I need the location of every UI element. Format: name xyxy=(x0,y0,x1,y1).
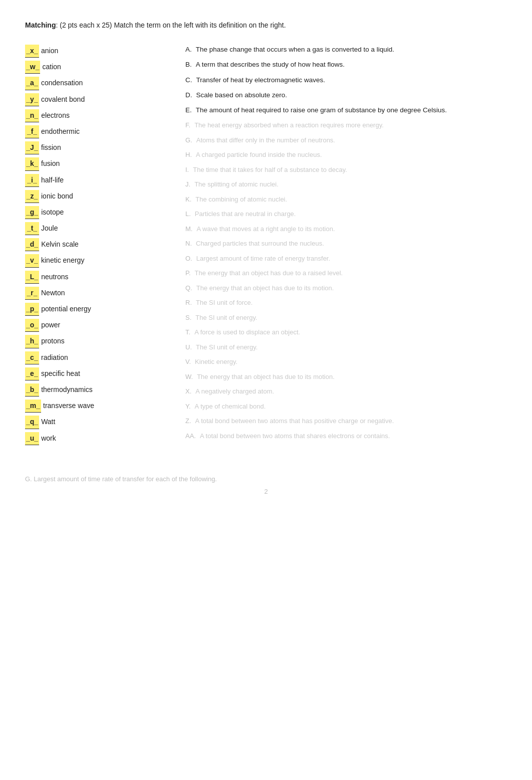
blurred-def-text: The SI unit of energy. xyxy=(196,342,257,352)
answer-blank: _q_ xyxy=(25,416,39,429)
term-label: ionic bond xyxy=(41,190,73,203)
definition-item: C.Transfer of heat by electromagnetic wa… xyxy=(185,75,507,85)
blurred-definition-item: Z.A total bond between two atoms that ha… xyxy=(185,416,507,426)
answer-blank: _k_ xyxy=(25,157,39,170)
term-row: _r_ Newton xyxy=(25,287,165,300)
blurred-definition-item: K.The combining of atomic nuclei. xyxy=(185,194,507,205)
blurred-def-letter: N. xyxy=(185,239,192,249)
term-label: half-life xyxy=(41,174,64,186)
blurred-def-letter: Z. xyxy=(185,416,191,426)
blurred-def-text: Particles that are neutral in charge. xyxy=(195,209,296,219)
def-text: Transfer of heat by electromagnetic wave… xyxy=(196,75,326,85)
term-label: Newton xyxy=(41,287,65,299)
answer-blank: _p_ xyxy=(25,303,39,316)
blurred-def-text: Charged particles that surround the nucl… xyxy=(196,239,324,249)
term-label: specific heat xyxy=(41,367,80,380)
term-label: endothermic xyxy=(41,125,80,138)
term-row: _d_ Kelvin scale xyxy=(25,238,165,251)
def-text: Scale based on absolute zero. xyxy=(196,90,288,100)
blurred-definition-item: Y.A type of chemical bond. xyxy=(185,402,507,412)
blurred-definition-item: S.The SI unit of energy. xyxy=(185,313,507,323)
term-row: _J_ fission xyxy=(25,141,165,154)
answer-blank: _g_ xyxy=(25,206,39,219)
term-label: covalent bond xyxy=(41,93,85,106)
answer-blank: _b_ xyxy=(25,383,39,397)
blurred-definition-item: I.The time that it takes for half of a s… xyxy=(185,165,507,175)
blurred-def-text: Largest amount of time rate of energy tr… xyxy=(196,254,330,264)
blurred-def-letter: Q. xyxy=(185,283,192,293)
blurred-definition-item: Q.The energy that an object has due to i… xyxy=(185,283,507,293)
blurred-definition-item: J.The splitting of atomic nuclei. xyxy=(185,179,507,189)
definition-item: A.The phase change that occurs when a ga… xyxy=(185,45,507,55)
blurred-definition-item: T.A force is used to displace an object. xyxy=(185,327,507,337)
answer-blank: _y_ xyxy=(25,93,39,106)
term-row: _e_ specific heat xyxy=(25,367,165,380)
definition-item: B.A term that describes the study of how… xyxy=(185,60,507,70)
answer-blank: _t_ xyxy=(25,222,39,235)
def-letter: A. xyxy=(185,45,192,55)
term-label: neutrons xyxy=(41,271,68,283)
term-row: _x_ anion xyxy=(25,45,165,58)
page-number: 2 xyxy=(25,488,507,495)
def-letter: D. xyxy=(185,90,192,100)
term-label: Kelvin scale xyxy=(41,238,79,251)
term-label: isotope xyxy=(41,206,64,219)
answer-blank: _a_ xyxy=(25,77,39,90)
blurred-def-text: The heat energy absorbed when a reaction… xyxy=(194,120,384,130)
blurred-def-letter: R. xyxy=(185,298,192,308)
blurred-def-text: A total bond between two atoms that has … xyxy=(195,416,394,426)
blurred-definition-item: H.A charged particle found inside the nu… xyxy=(185,150,507,160)
blurred-definition-item: F.The heat energy absorbed when a reacti… xyxy=(185,120,507,130)
term-label: Joule xyxy=(41,222,58,235)
term-label: electrons xyxy=(41,109,70,122)
term-label: fission xyxy=(41,141,61,154)
term-row: _n_ electrons xyxy=(25,109,165,122)
blurred-def-text: A total bond between two atoms that shar… xyxy=(200,431,390,441)
terms-column: _x_ anion_w_ cation_a_ condensation_y_ c… xyxy=(25,45,165,445)
blurred-def-letter: L. xyxy=(185,209,191,219)
answer-blank: _m_ xyxy=(25,400,41,413)
blurred-def-text: A charged particle found inside the nucl… xyxy=(196,150,322,160)
blurred-def-text: The combining of atomic nuclei. xyxy=(195,194,287,205)
term-row: _u_ work xyxy=(25,432,165,445)
blurred-def-text: The energy that an object has due to a r… xyxy=(195,268,343,278)
term-row: _g_ isotope xyxy=(25,206,165,219)
answer-blank: _w_ xyxy=(25,61,40,74)
answer-blank: _e_ xyxy=(25,367,39,380)
blurred-definition-item: AA.A total bond between two atoms that s… xyxy=(185,431,507,441)
term-row: _p_ potential energy xyxy=(25,303,165,316)
definition-item: E.The amount of heat required to raise o… xyxy=(185,105,507,115)
blurred-definition-item: U.The SI unit of energy. xyxy=(185,342,507,352)
blurred-def-letter: F. xyxy=(185,120,190,130)
definition-item: D.Scale based on absolute zero. xyxy=(185,90,507,100)
term-label: kinetic energy xyxy=(41,254,84,267)
blurred-def-letter: V. xyxy=(185,357,191,367)
blurred-def-letter: W. xyxy=(185,372,193,382)
blurred-definition-item: O.Largest amount of time rate of energy … xyxy=(185,254,507,264)
term-row: _q_ Watt xyxy=(25,416,165,429)
term-row: _z_ ionic bond xyxy=(25,190,165,203)
bottom-note: G. Largest amount of time rate of transf… xyxy=(25,475,507,483)
blurred-def-letter: P. xyxy=(185,268,191,278)
blurred-def-letter: T. xyxy=(185,327,190,337)
term-label: power xyxy=(41,319,60,331)
answer-blank: _o_ xyxy=(25,319,39,332)
answer-blank: _z_ xyxy=(25,190,39,203)
term-row: _y_ covalent bond xyxy=(25,93,165,106)
answer-blank: _L_ xyxy=(25,271,39,284)
blurred-def-letter: Y. xyxy=(185,402,191,412)
term-row: _m_ transverse wave xyxy=(25,400,165,413)
term-row: _t_ Joule xyxy=(25,222,165,235)
blurred-def-letter: S. xyxy=(185,313,191,323)
main-content: _x_ anion_w_ cation_a_ condensation_y_ c… xyxy=(25,45,507,445)
answer-blank: _f_ xyxy=(25,125,39,138)
def-text: A term that describes the study of how h… xyxy=(196,60,345,70)
instructions-suffix: : (2 pts each x 25) Match the term on th… xyxy=(56,21,286,29)
blurred-definition-item: X.A negatively charged atom. xyxy=(185,386,507,397)
blurred-def-text: The energy that an object has due to its… xyxy=(197,372,335,382)
blurred-definition-item: P.The energy that an object has due to a… xyxy=(185,268,507,278)
def-letter: C. xyxy=(185,75,192,85)
answer-blank: _i_ xyxy=(25,174,39,187)
answer-blank: _v_ xyxy=(25,254,39,267)
instructions-bold: Matching xyxy=(25,21,56,29)
